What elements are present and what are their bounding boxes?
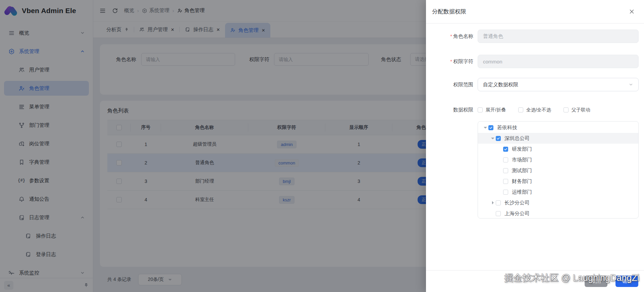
tree-checkbox[interactable]	[503, 168, 508, 173]
caret-right-icon[interactable]	[490, 201, 496, 204]
expand-collapse-checkbox[interactable]: 展开/折叠	[478, 107, 506, 113]
tree-checkbox[interactable]	[503, 190, 508, 195]
confirm-button[interactable]: 确认	[615, 276, 638, 287]
permission-scope-select[interactable]: 自定义数据权限	[478, 78, 639, 91]
parent-child-link-checkbox[interactable]: 父子联动	[564, 107, 590, 113]
form-row-data-permission: 数据权限 展开/折叠 全选/全不选 父子联动	[426, 107, 644, 113]
select-all-checkbox[interactable]: 全选/全不选	[518, 107, 551, 113]
form-row-role-name: 角色名称	[426, 30, 644, 43]
caret-down-icon[interactable]	[482, 125, 488, 130]
drawer-header: 分配数据权限	[426, 0, 644, 23]
tree-checkbox[interactable]	[496, 211, 501, 216]
chevron-down-icon	[629, 82, 633, 87]
tree-checkbox-checked[interactable]	[496, 136, 501, 141]
tree-node[interactable]: 财务部门	[478, 176, 638, 187]
drawer-footer: 取消 确认	[426, 270, 644, 292]
caret-down-icon[interactable]	[490, 136, 496, 141]
field-label: 数据权限	[426, 107, 478, 113]
drawer-role-key-input	[478, 55, 639, 68]
tree-node[interactable]: 运维部门	[478, 187, 638, 197]
tree-node[interactable]: 上海分公司	[478, 208, 638, 218]
drawer-body: 角色名称 权限字符 权限范围 自定义数据权限 数据权限 展开/折叠 全选/全不选…	[426, 23, 644, 270]
tree-node[interactable]: 市场部门	[478, 154, 638, 165]
field-label: 角色名称	[426, 33, 478, 40]
cancel-button[interactable]: 取消	[585, 276, 607, 287]
tree-node[interactable]: 测试部门	[478, 165, 638, 176]
tree-checkbox[interactable]	[503, 157, 508, 162]
tree-node[interactable]: 研发部门	[478, 144, 638, 154]
department-tree: 若依科技 深圳总公司 研发部门 市场部门 测试部门	[478, 121, 639, 218]
field-label: 权限字符	[426, 58, 478, 65]
tree-checkbox-checked[interactable]	[503, 147, 508, 152]
tree-node[interactable]: 若依科技	[478, 122, 638, 133]
tree-node[interactable]: 深圳总公司	[478, 133, 638, 144]
drawer-title: 分配数据权限	[432, 8, 466, 15]
field-label: 权限范围	[426, 82, 478, 88]
tree-checkbox[interactable]	[496, 200, 501, 205]
tree-option-checkboxes: 展开/折叠 全选/全不选 父子联动	[478, 107, 590, 113]
tree-checkbox[interactable]	[503, 179, 508, 184]
close-icon[interactable]	[629, 9, 635, 14]
form-row-role-key: 权限字符	[426, 55, 644, 68]
form-row-scope: 权限范围 自定义数据权限	[426, 78, 644, 91]
data-permission-drawer: 分配数据权限 角色名称 权限字符 权限范围 自定义数据权限 数据权限 展开/折叠…	[426, 0, 644, 292]
tree-node[interactable]: 长沙分公司	[478, 197, 638, 208]
tree-checkbox-checked[interactable]	[488, 125, 493, 130]
drawer-role-name-input	[478, 30, 639, 43]
